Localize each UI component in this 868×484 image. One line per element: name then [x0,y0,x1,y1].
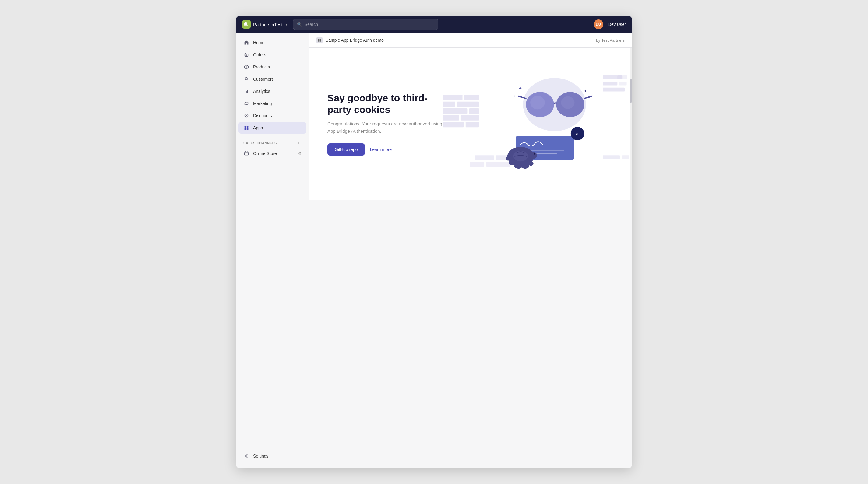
svg-rect-31 [443,115,459,120]
svg-point-64 [528,152,537,159]
avatar[interactable]: DU [594,20,603,29]
breadcrumb: Sample App Bridge Auth demo [316,37,384,43]
svg-rect-52 [617,75,627,79]
svg-text:+: + [588,96,590,99]
content-header: Sample App Bridge Auth demo by Test Part… [309,33,632,48]
svg-rect-7 [245,92,245,93]
search-icon: 🔍 [297,22,302,27]
hero-text-area: Say goodbye to third-party cookies Congr… [328,92,443,156]
breadcrumb-icon [316,37,322,43]
marketing-icon [243,100,249,106]
svg-rect-26 [464,95,479,100]
home-icon [243,39,249,46]
svg-rect-30 [469,108,479,114]
online-store-label: Online Store [253,151,277,156]
shopify-logo [242,20,251,29]
search-area: 🔍 [293,19,439,30]
svg-rect-17 [245,128,246,130]
customers-icon [243,76,249,82]
svg-rect-24 [320,40,321,42]
svg-rect-23 [318,40,319,42]
sales-channels-label: SALES CHANNELS [243,141,277,145]
sidebar: Home Orders [236,33,309,468]
learn-more-link[interactable]: Learn more [370,147,392,152]
sidebar-item-marketing[interactable]: Marketing [239,98,306,109]
sales-channels-section: SALES CHANNELS + [239,136,306,147]
svg-line-41 [584,96,592,99]
sidebar-item-online-store[interactable]: Online Store ⚙ [239,148,306,159]
sidebar-item-analytics[interactable]: Analytics [239,86,306,97]
svg-rect-21 [318,39,319,40]
topbar: PartnersInTest ▼ 🔍 DU Dev User [236,16,632,33]
svg-point-39 [561,96,575,109]
sidebar-item-orders[interactable]: Orders [239,49,306,61]
store-name: PartnersInTest [253,22,283,27]
discounts-icon [243,112,249,119]
sidebar-item-home[interactable]: Home [239,37,306,49]
svg-rect-33 [443,122,464,127]
svg-text:%: % [576,132,579,136]
add-sales-channel-button[interactable]: + [296,140,302,146]
svg-rect-22 [320,39,321,40]
svg-point-65 [534,153,535,155]
partner-info: by Test Partners [596,38,625,43]
page-title: Sample App Bridge Auth demo [326,38,384,43]
sidebar-label-apps: Apps [253,125,263,130]
scrollbar[interactable] [629,48,632,200]
sidebar-label-customers: Customers [253,77,274,82]
svg-rect-8 [246,91,246,93]
svg-rect-53 [603,82,618,86]
products-icon [243,64,249,70]
svg-rect-16 [247,126,249,128]
svg-rect-19 [245,152,249,155]
sidebar-item-apps[interactable]: Apps [239,122,306,134]
illustration-svg: ✦ + ✦ + [438,48,632,200]
content-area: Sample App Bridge Auth demo by Test Part… [309,33,632,468]
sidebar-label-orders: Orders [253,52,266,57]
settings-label: Settings [253,454,269,458]
svg-rect-57 [622,155,629,159]
hero-section: Say goodbye to third-party cookies Congr… [309,48,632,200]
sidebar-label-analytics: Analytics [253,89,270,94]
svg-point-13 [245,115,246,115]
svg-rect-9 [247,90,248,93]
svg-rect-29 [443,108,467,114]
sidebar-item-settings[interactable]: Settings [239,450,306,462]
sidebar-item-discounts[interactable]: Discounts [239,110,306,122]
sidebar-item-products[interactable]: Products [239,61,306,73]
online-store-icon [243,150,249,157]
online-store-settings-icon[interactable]: ⚙ [298,151,302,156]
svg-rect-61 [486,162,510,166]
svg-point-20 [246,455,247,457]
sidebar-label-marketing: Marketing [253,101,272,106]
app-content: Say goodbye to third-party cookies Congr… [309,48,632,468]
sidebar-label-discounts: Discounts [253,113,272,118]
orders-icon [243,52,249,58]
hero-description: Congratulations! Your requests are now a… [328,120,443,135]
sidebar-item-customers[interactable]: Customers [239,73,306,85]
svg-text:✦: ✦ [584,89,587,93]
search-input[interactable] [305,22,435,27]
analytics-icon [243,88,249,94]
scroll-thumb [630,78,632,103]
svg-point-6 [246,77,247,79]
svg-rect-0 [245,54,248,57]
user-name: Dev User [608,22,626,27]
svg-text:+: + [513,94,515,98]
svg-rect-28 [457,102,479,107]
settings-section: Settings [236,447,309,464]
store-brand[interactable]: PartnersInTest ▼ [242,20,288,29]
sidebar-label-products: Products [253,65,270,69]
svg-rect-34 [466,122,479,127]
svg-rect-25 [443,95,463,100]
hero-title: Say goodbye to third-party cookies [328,92,443,116]
svg-rect-55 [603,88,625,92]
github-repo-button[interactable]: GitHub repo [328,143,365,156]
user-initials: DU [596,22,601,27]
settings-icon [243,453,249,459]
svg-rect-32 [461,115,479,120]
main-layout: Home Orders [236,33,632,468]
search-wrapper[interactable]: 🔍 [293,19,439,30]
sidebar-label-home: Home [253,40,265,45]
svg-rect-60 [470,162,484,166]
